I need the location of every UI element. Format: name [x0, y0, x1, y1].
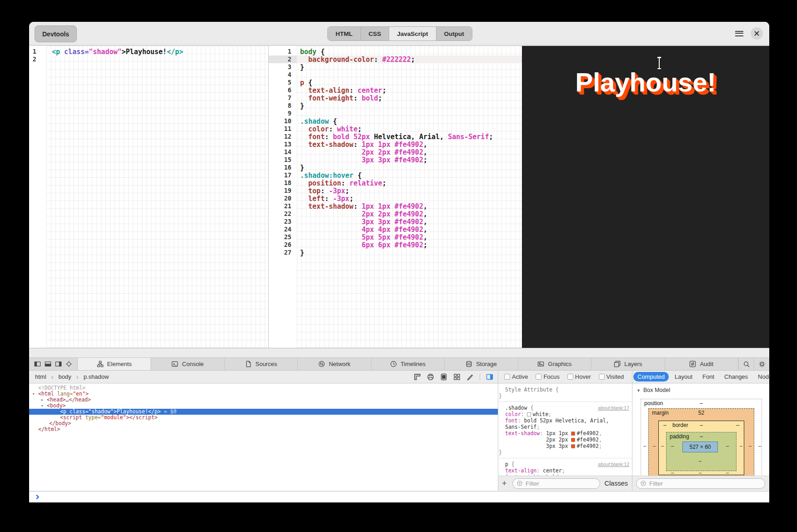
dom-tree-row[interactable]: <!DOCTYPE html>	[29, 385, 498, 391]
sidebar-tab-node[interactable]: Node	[754, 372, 769, 381]
disclosure-closed-icon[interactable]: ▸	[41, 397, 43, 403]
style-property[interactable]: color: white;	[505, 411, 629, 417]
box-model-position[interactable]: position – margin 52 – border – – paddin…	[641, 399, 762, 476]
tab-storage[interactable]: Storage	[445, 358, 518, 370]
tab-console[interactable]: Console	[151, 358, 224, 370]
code-line[interactable]: font-weight: bold;	[297, 94, 522, 102]
code-line[interactable]: 6px 6px #fe4902;	[297, 241, 522, 249]
box-model-header[interactable]: ▼Box Model	[632, 384, 769, 393]
close-button[interactable]	[751, 27, 763, 40]
disclosure-open-icon[interactable]: ▾	[41, 403, 43, 409]
frame-icon[interactable]	[440, 373, 447, 381]
html-editor-code[interactable]: <p class="shadow">Playhouse!</p>	[46, 46, 268, 348]
computed-filter-input[interactable]	[636, 478, 765, 489]
style-property[interactable]: Sans-Serif;	[505, 424, 629, 430]
code-line[interactable]: text-align: center;	[297, 86, 522, 94]
style-rule[interactable]: p {about:blank:12text-align: center;font…	[498, 458, 632, 476]
tab-sources[interactable]: Sources	[225, 358, 298, 370]
tab-layers[interactable]: Layers	[591, 358, 665, 370]
code-line[interactable]: background-color: #222222;	[297, 55, 522, 63]
pencil-icon[interactable]	[466, 373, 474, 381]
tab-network[interactable]: Network	[298, 358, 371, 370]
ruler-icon[interactable]	[414, 373, 421, 381]
code-line[interactable]: .shadow:hover {	[297, 171, 522, 179]
code-line[interactable]	[46, 55, 268, 63]
sidebar-tab-layout[interactable]: Layout	[671, 372, 697, 381]
panel-toggle-javascript[interactable]: JavaScript	[389, 27, 436, 40]
breadcrumb-item-body[interactable]: body	[59, 373, 71, 380]
dock-right-icon[interactable]	[55, 361, 62, 367]
console-prompt[interactable]	[29, 491, 769, 502]
panel-divider[interactable]	[498, 371, 498, 491]
tab-graphics[interactable]: Graphics	[518, 358, 591, 370]
style-rule[interactable]: Style Attribute {}	[498, 384, 632, 402]
sidebar-tab-font[interactable]: Font	[698, 372, 718, 381]
code-line[interactable]: color: white;	[297, 125, 522, 133]
dom-tree-row[interactable]: ▾<html lang="en">	[29, 391, 498, 397]
styles-filter-field[interactable]	[526, 480, 596, 487]
sidebar-tab-computed[interactable]: Computed	[633, 372, 669, 381]
pseudo-checkbox-focus[interactable]: Focus	[536, 373, 559, 380]
add-rule-button[interactable]: +	[502, 480, 508, 487]
panel-toggle-css[interactable]: CSS	[361, 27, 390, 40]
html-editor[interactable]: 12 <p class="shadow">Playhouse!</p>	[29, 46, 268, 348]
style-property[interactable]: text-shadow: 1px 1px #fe4902,	[505, 430, 629, 437]
code-line[interactable]: p {	[297, 79, 522, 86]
code-line[interactable]: text-shadow: 1px 1px #fe4902,	[297, 202, 522, 210]
code-line[interactable]: top: -3px;	[297, 187, 522, 195]
dock-left-icon[interactable]	[34, 361, 41, 367]
dock-bottom-icon[interactable]	[45, 361, 51, 367]
code-line[interactable]: }	[297, 249, 522, 256]
code-line[interactable]: text-shadow: 1px 1px #fe4902,	[297, 141, 522, 148]
rule-source-link[interactable]: about:blank:17	[598, 405, 629, 411]
search-button[interactable]	[738, 358, 754, 370]
styles-filter-input[interactable]	[512, 478, 600, 489]
badges-icon[interactable]	[453, 373, 461, 381]
code-line[interactable]	[297, 110, 522, 117]
devtools-button[interactable]: Devtools	[35, 25, 77, 42]
panel-right-icon[interactable]	[486, 373, 493, 381]
dom-tree-row[interactable]: </html>	[29, 427, 498, 432]
panel-toggle-output[interactable]: Output	[436, 27, 472, 40]
panel-toggle-html[interactable]: HTML	[328, 27, 361, 40]
code-line[interactable]: 4px 4px #fe4902,	[297, 226, 522, 233]
rule-selector[interactable]: .shadow {about:blank:17	[505, 405, 629, 411]
code-line[interactable]: font: bold 52px Helvetica, Arial, Sans-S…	[297, 133, 522, 141]
style-property[interactable]: text-align: center;	[505, 467, 629, 474]
code-line[interactable]: 2px 2px #fe4902,	[297, 148, 522, 156]
dom-tree-row[interactable]: <script type="module"></script>	[29, 415, 498, 421]
style-property[interactable]: 3px 3px #fe4902;	[505, 443, 629, 449]
css-editor-code[interactable]: body { background-color: #222222;}p { te…	[297, 46, 522, 348]
tab-timelines[interactable]: Timelines	[371, 358, 445, 370]
printer-icon[interactable]	[427, 373, 434, 381]
rule-source-link[interactable]: about:blank:12	[598, 462, 629, 467]
box-model-content[interactable]: 527 × 60	[682, 442, 718, 452]
rule-selector[interactable]: p {about:blank:12	[505, 461, 629, 467]
pseudo-checkbox-active[interactable]: Active	[504, 373, 528, 380]
style-rule[interactable]: .shadow {about:blank:17color: white;font…	[498, 402, 632, 458]
classes-button[interactable]: Classes	[604, 480, 628, 487]
code-line[interactable]: .shadow {	[297, 117, 522, 125]
code-line[interactable]: 3px 3px #fe4902;	[297, 156, 522, 164]
menu-button[interactable]	[735, 31, 743, 36]
style-property[interactable]: font: bold 52px Helvetica, Arial,	[505, 417, 629, 424]
dom-tree-row[interactable]: </body>	[29, 421, 498, 427]
pseudo-checkbox-hover[interactable]: Hover	[567, 373, 591, 380]
css-editor[interactable]: 1234567891011121314151617181920212223242…	[268, 46, 522, 348]
code-line[interactable]: 5px 5px #fe4902,	[297, 233, 522, 241]
style-property[interactable]: 2px 2px #fe4902,	[505, 437, 629, 443]
disclosure-open-icon[interactable]: ▾	[32, 391, 35, 397]
code-line[interactable]: position: relative;	[297, 179, 522, 187]
code-line[interactable]: 3px 3px #fe4902,	[297, 218, 522, 226]
code-line[interactable]: body {	[297, 48, 522, 55]
box-model-margin[interactable]: margin 52 – border – – padding – 527 × 6…	[648, 408, 754, 476]
code-line[interactable]: left: -3px;	[297, 195, 522, 202]
target-icon[interactable]	[65, 361, 72, 367]
code-line[interactable]: <p class="shadow">Playhouse!</p>	[46, 48, 268, 55]
code-line[interactable]	[297, 71, 522, 79]
breadcrumb-item-html[interactable]: html	[35, 373, 46, 380]
code-line[interactable]: }	[297, 63, 522, 71]
pseudo-checkbox-visited[interactable]: Visited	[599, 373, 624, 380]
breadcrumb-item-p-shadow[interactable]: p.shadow	[84, 373, 109, 380]
tab-audit[interactable]: Audit	[665, 358, 738, 370]
